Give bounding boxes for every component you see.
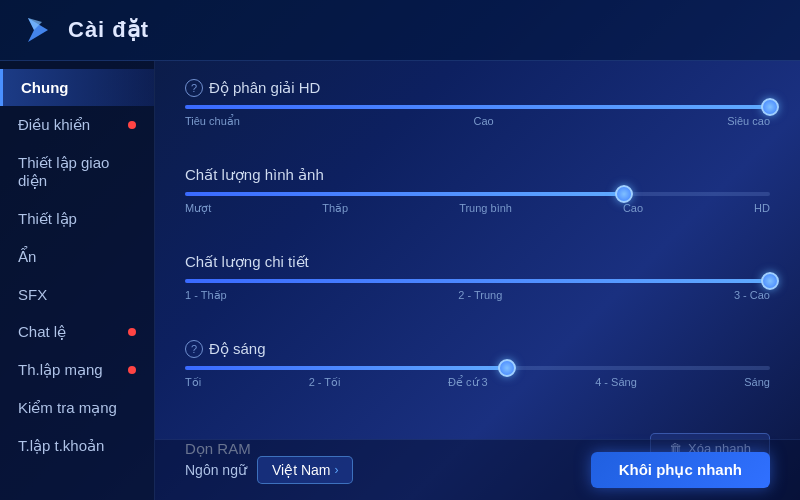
page-title: Cài đặt: [68, 17, 149, 43]
resolution-label: ? Độ phân giải HD: [185, 79, 770, 97]
brightness-label: ? Độ sáng: [185, 340, 770, 358]
detail-quality-slider-container: 1 - Thấp 2 - Trung 3 - Cao: [185, 279, 770, 320]
dot-red-thlapmang: [128, 366, 136, 374]
language-section: Ngôn ngữ Việt Nam ›: [185, 456, 353, 484]
sidebar-item-sfx[interactable]: SFX: [0, 276, 154, 313]
resolution-slider-fill: [185, 105, 770, 109]
resolution-help-icon[interactable]: ?: [185, 79, 203, 97]
sidebar-label-sfx: SFX: [18, 286, 47, 303]
detail-quality-slider-fill: [185, 279, 770, 283]
sidebar-label-tlaptkhn: T.lập t.khoản: [18, 437, 104, 455]
resolution-slider-container: Tiêu chuẩn Cao Siêu cao: [185, 105, 770, 146]
sidebar-label-chatle: Chat lệ: [18, 323, 66, 341]
sidebar-item-kiemtramang[interactable]: Kiểm tra mạng: [0, 389, 154, 427]
brightness-slider-fill: [185, 366, 507, 370]
resolution-slider-labels: Tiêu chuẩn Cao Siêu cao: [185, 115, 770, 128]
resolution-slider-track[interactable]: [185, 105, 770, 109]
sidebar-item-thlapmang[interactable]: Th.lập mạng: [0, 351, 154, 389]
language-button[interactable]: Việt Nam ›: [257, 456, 354, 484]
header: Cài đặt: [0, 0, 800, 61]
sidebar-label-thlapmang: Th.lập mạng: [18, 361, 103, 379]
sidebar-label-dieukien: Điều khiển: [18, 116, 90, 134]
sidebar-item-dieukien[interactable]: Điều khiển: [0, 106, 154, 144]
sidebar: Chung Điều khiển Thiết lập giao diện Thi…: [0, 61, 155, 500]
footer: Ngôn ngữ Việt Nam › Khôi phục nhanh: [155, 439, 800, 500]
detail-quality-setting: Chất lượng chi tiết 1 - Thấp 2 - Trung 3…: [185, 253, 770, 320]
brightness-slider-thumb[interactable]: [498, 359, 516, 377]
image-quality-setting: Chất lượng hình ảnh Mượt Thấp Trung bình…: [185, 166, 770, 233]
detail-quality-slider-thumb[interactable]: [761, 272, 779, 290]
brightness-slider-labels: Tối 2 - Tối Để cứ 3 4 - Sáng Sáng: [185, 376, 770, 389]
detail-quality-slider-labels: 1 - Thấp 2 - Trung 3 - Cao: [185, 289, 770, 302]
image-quality-slider-fill: [185, 192, 624, 196]
restore-label: Khôi phục nhanh: [619, 461, 742, 478]
image-quality-slider-thumb[interactable]: [615, 185, 633, 203]
brightness-slider-track[interactable]: [185, 366, 770, 370]
dot-red-chatle: [128, 328, 136, 336]
brightness-setting: ? Độ sáng Tối 2 - Tối Để cứ 3 4 - Sáng S…: [185, 340, 770, 407]
sidebar-label-thietlapgd: Thiết lập giao diện: [18, 154, 136, 190]
chevron-right-icon: ›: [334, 463, 338, 477]
resolution-slider-thumb[interactable]: [761, 98, 779, 116]
lang-label: Ngôn ngữ: [185, 462, 247, 478]
image-quality-slider-container: Mượt Thấp Trung bình Cao HD: [185, 192, 770, 233]
sidebar-item-thietlapgd[interactable]: Thiết lập giao diện: [0, 144, 154, 200]
detail-quality-label: Chất lượng chi tiết: [185, 253, 770, 271]
logo-icon: [20, 12, 56, 48]
lang-value: Việt Nam: [272, 462, 331, 478]
sidebar-label-kiemtramang: Kiểm tra mạng: [18, 399, 117, 417]
main-content: ? Độ phân giải HD Tiêu chuẩn Cao Siêu ca…: [155, 61, 800, 500]
sidebar-label-chung: Chung: [21, 79, 68, 96]
image-quality-slider-labels: Mượt Thấp Trung bình Cao HD: [185, 202, 770, 215]
detail-quality-slider-track[interactable]: [185, 279, 770, 283]
sidebar-item-chatle[interactable]: Chat lệ: [0, 313, 154, 351]
brightness-help-icon[interactable]: ?: [185, 340, 203, 358]
brightness-slider-container: Tối 2 - Tối Để cứ 3 4 - Sáng Sáng: [185, 366, 770, 407]
main-layout: Chung Điều khiển Thiết lập giao diện Thi…: [0, 61, 800, 500]
resolution-setting: ? Độ phân giải HD Tiêu chuẩn Cao Siêu ca…: [185, 79, 770, 146]
sidebar-item-chung[interactable]: Chung: [0, 69, 154, 106]
sidebar-label-thietlap: Thiết lập: [18, 210, 77, 228]
image-quality-slider-track[interactable]: [185, 192, 770, 196]
sidebar-item-thietlap[interactable]: Thiết lập: [0, 200, 154, 238]
dot-red-dieukien: [128, 121, 136, 129]
restore-button[interactable]: Khôi phục nhanh: [591, 452, 770, 488]
sidebar-label-an: Ẩn: [18, 248, 36, 266]
image-quality-label: Chất lượng hình ảnh: [185, 166, 770, 184]
sidebar-item-an[interactable]: Ẩn: [0, 238, 154, 276]
sidebar-item-tlaptkhn[interactable]: T.lập t.khoản: [0, 427, 154, 465]
